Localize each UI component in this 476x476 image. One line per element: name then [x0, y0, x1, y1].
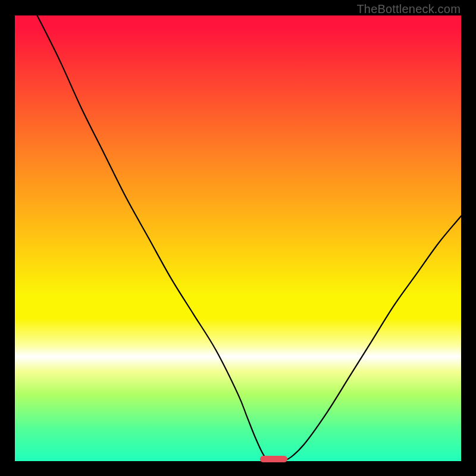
root-marker	[260, 456, 287, 462]
attribution-label: TheBottleneck.com	[356, 2, 461, 16]
bottleneck-curve	[15, 15, 461, 461]
chart-container: TheBottleneck.com	[0, 0, 476, 476]
curve-path	[37, 15, 462, 461]
